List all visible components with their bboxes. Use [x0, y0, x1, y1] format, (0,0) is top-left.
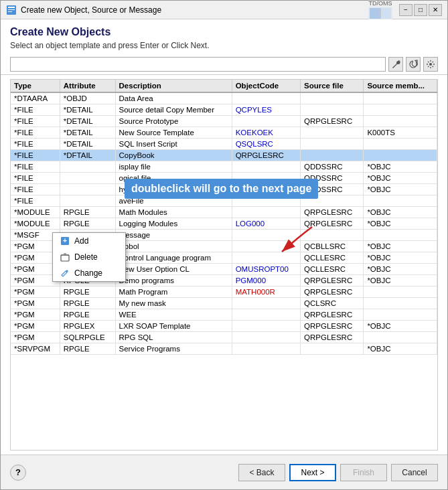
table-row[interactable]: *MODULE RPGLE Math Modules QRPGLESRC *OB… [11, 207, 437, 218]
cell-member: K000TS [364, 127, 437, 139]
cell-type: *PGM [11, 298, 60, 309]
cell-code [232, 252, 300, 264]
cell-attr: *DETAIL [60, 127, 115, 139]
footer: ? < Back Next > Finish Cancel [1, 455, 447, 489]
back-button[interactable]: < Back [238, 464, 285, 481]
cell-src [301, 150, 364, 161]
cell-member [364, 116, 437, 127]
add-icon: + [60, 236, 70, 246]
logo-text: TD/OMS [369, 0, 392, 7]
cell-src: QRPGLESRC [301, 275, 364, 287]
cell-code: MATH000R [232, 287, 300, 298]
table-row[interactable]: *PGM RPGLE My new mask QCLSRC [11, 298, 437, 309]
cell-attr: *DETAIL [60, 104, 115, 116]
wrench-button[interactable] [388, 57, 403, 72]
table-row[interactable]: *FILE isplay file QDDSSRC *OBJC [11, 161, 437, 173]
maximize-button[interactable]: □ [414, 4, 427, 16]
cell-src: QCLSRC [301, 298, 364, 309]
cell-desc: RPG SQL [115, 332, 232, 343]
cell-desc: Math Program [115, 287, 232, 298]
cell-desc: WEE [115, 309, 232, 321]
table-body: *DTAARA *OBJD Data Area *FILE *DETAIL So… [11, 92, 437, 355]
cell-type: *FILE [11, 104, 60, 116]
settings-button[interactable] [423, 57, 438, 72]
cell-code [232, 241, 300, 252]
cell-src [301, 343, 364, 355]
next-button[interactable]: Next > [289, 464, 336, 481]
table-row[interactable]: *PGM RPGLEX LXR SOAP Template QRPGLESRC … [11, 321, 437, 332]
svg-text:+: + [63, 236, 67, 244]
cell-attr [60, 161, 115, 173]
cell-code [232, 116, 300, 127]
cell-src: QDDSSRC [301, 161, 364, 173]
table-row[interactable]: *PGM RPGLE Math Program MATH000R QRPGLES… [11, 287, 437, 298]
cell-code [232, 207, 300, 218]
refresh-button[interactable] [406, 57, 421, 72]
cell-desc: Math Modules [115, 207, 232, 218]
cell-src: QRPGLESRC [301, 116, 364, 127]
cell-code [232, 332, 300, 343]
title-bar: Create new Object, Source or Message TD/… [1, 1, 447, 19]
table-row[interactable]: *PGM SQLRPGLE RPG SQL QRPGLESRC [11, 332, 437, 343]
cell-src [301, 139, 364, 150]
table-row[interactable]: *FILE *DFTAIL CopyBook QRPGLESRC [11, 150, 437, 161]
cell-member [364, 92, 437, 104]
col-sourcemember: Source memb... [364, 80, 437, 92]
table-row[interactable]: *FILE *DETAIL Source Prototype QRPGLESRC [11, 116, 437, 127]
cell-desc: Source Prototype [115, 116, 232, 127]
cell-type: *FILE [11, 161, 60, 173]
table-row[interactable]: *FILE aveFile [11, 195, 437, 207]
table-row[interactable]: *FILE *DETAIL Source detail Copy Member … [11, 104, 437, 116]
table-row[interactable]: *SRVPGM RPGLE Service Programs *OBJC [11, 343, 437, 355]
context-menu: + Add Delete Change [52, 232, 126, 282]
cell-member: *OBJC [364, 275, 437, 287]
cell-member: *OBJC [364, 343, 437, 355]
cell-src [301, 195, 364, 207]
cell-desc: LXR SOAP Template [115, 321, 232, 332]
table-row[interactable]: *MODULE RPGLE Logging Modules LOG000 QRP… [11, 218, 437, 230]
cancel-button[interactable]: Cancel [391, 464, 438, 481]
context-menu-delete[interactable]: Delete [53, 249, 125, 265]
col-sourcefile: Source file [301, 80, 364, 92]
col-attribute: Attribute [60, 80, 115, 92]
delete-icon [60, 252, 70, 262]
search-input[interactable] [10, 57, 386, 72]
cell-code: QSQLSRC [232, 139, 300, 150]
cell-member: *OBJC [364, 252, 437, 264]
cell-desc: Service Programs [115, 343, 232, 355]
cell-src [301, 230, 364, 241]
cell-src: QRPGLESRC [301, 332, 364, 343]
cell-src [301, 92, 364, 104]
minimize-button[interactable]: − [399, 4, 413, 16]
close-button[interactable]: ✕ [429, 4, 442, 16]
cell-attr: RPGLE [60, 298, 115, 309]
table-container[interactable]: Type Attribute Description ObjectCode So… [10, 79, 438, 451]
cell-desc: Demo programs [115, 275, 232, 287]
cell-attr: RPGLE [60, 218, 115, 230]
table-row[interactable]: *DTAARA *OBJD Data Area [11, 92, 437, 104]
cell-type: *MODULE [11, 207, 60, 218]
table-row[interactable]: *FILE *DETAIL New Source Template KOEKOE… [11, 127, 437, 139]
svg-rect-3 [8, 11, 12, 12]
toolbar [1, 54, 447, 75]
table-row[interactable]: *FILE hysical file QDDSSRC *OBJC [11, 184, 437, 195]
cell-code: KOEKOEK [232, 127, 300, 139]
cell-desc: New Source Template [115, 127, 232, 139]
context-menu-add[interactable]: + Add [53, 233, 125, 249]
cell-type: *FILE [11, 173, 60, 184]
context-menu-change[interactable]: Change [53, 265, 125, 281]
page-title: Create New Objects [10, 26, 438, 38]
table-row[interactable]: *FILE *DETAIL SQL Insert Script QSQLSRC [11, 139, 437, 150]
cell-code: LOG000 [232, 218, 300, 230]
finish-button[interactable]: Finish [340, 464, 387, 481]
cell-desc: Logging Modules [115, 218, 232, 230]
table-row[interactable]: *FILE ogical file QDDSSRC *OBJC [11, 173, 437, 184]
svg-rect-6 [381, 8, 391, 19]
cell-attr: RPGLE [60, 343, 115, 355]
cell-attr: *DETAIL [60, 116, 115, 127]
help-button[interactable]: ? [10, 465, 26, 481]
table-row[interactable]: *PGM RPGLE WEE QRPGLESRC [11, 309, 437, 321]
cell-code: PGM000 [232, 275, 300, 287]
cell-desc: Message [115, 230, 232, 241]
cell-code [232, 195, 300, 207]
